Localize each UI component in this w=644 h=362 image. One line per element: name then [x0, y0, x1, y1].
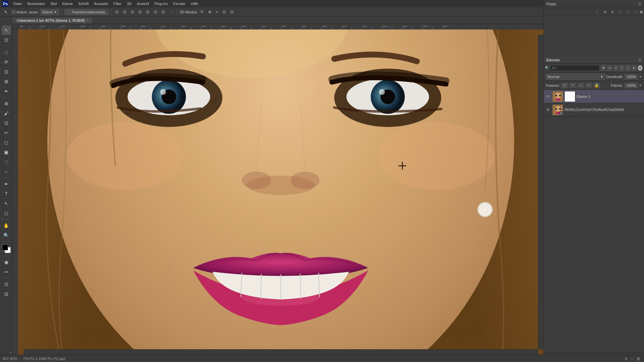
align-btn-8[interactable]: ⋯ [168, 9, 175, 15]
tool-type[interactable]: T [2, 189, 11, 198]
layer-dropdown[interactable]: Ebene ▼ [40, 9, 59, 15]
menu-schrift[interactable]: Schrift [75, 1, 91, 6]
pfade-menu-btn[interactable]: ☰ [638, 2, 641, 6]
tool-dodge[interactable]: ○ [2, 167, 11, 176]
tool-eraser[interactable]: ◻ [2, 138, 11, 147]
lock-btn-pos[interactable]: + [577, 83, 584, 88]
layer-filter-dropdown[interactable]: ▾ [601, 65, 606, 71]
menu-bild[interactable]: Bild [48, 1, 59, 6]
tool-object-select[interactable]: ⊡ [2, 67, 11, 76]
tool-zoom[interactable]: 🔍 [2, 231, 11, 240]
tool-gradient[interactable]: ▣ [2, 147, 11, 157]
tool-screen-mode[interactable]: ⊡ [2, 280, 11, 289]
scrollbar-vertical[interactable] [538, 35, 543, 349]
pfade-icon-4[interactable]: ◇ [617, 9, 624, 15]
color-swatches[interactable] [2, 244, 11, 253]
3d-slide-btn[interactable]: ⊡ [221, 9, 227, 15]
foreground-color[interactable] [2, 244, 8, 250]
layer-filter-toggle[interactable]: ● [638, 65, 643, 71]
layer-search-input[interactable] [550, 65, 600, 71]
tool-artboard[interactable]: ⊡ [2, 35, 11, 45]
align-btn-4[interactable]: ⊡ [137, 9, 143, 15]
menu-hilfe[interactable]: Hilfe [188, 1, 201, 6]
svg-text:480: 480 [423, 25, 427, 28]
3d-rotate-btn[interactable]: ↻ [199, 9, 205, 15]
tool-clone-stamp[interactable]: ⊡ [2, 118, 11, 128]
document-tab[interactable]: Unbenannt-1 bei 407% (Ebene 1, RGB/8) × [13, 17, 93, 23]
align-btn-1[interactable]: ⊡ [114, 9, 120, 15]
transform-checkbox[interactable]: Transformationsstrip. [64, 9, 109, 15]
menu-plugins[interactable]: Plug-ins [152, 1, 170, 6]
3d-zoom-btn[interactable]: ⌖ [214, 9, 220, 15]
align-btn-3[interactable]: ⊡ [129, 9, 136, 15]
menu-bearbeiten[interactable]: Bearbeiten [25, 1, 48, 6]
canvas-content[interactable] [18, 29, 543, 355]
menu-datei[interactable]: Datei [11, 1, 25, 6]
tool-blur[interactable]: ◌ [2, 157, 11, 167]
ebenen-menu-btn[interactable]: ☰ [638, 58, 641, 62]
svg-point-90 [378, 122, 495, 190]
left-toolbar: ↖+ ⊡ □ ⟳ ⊡ ⊞ ✒ ⊕ 🖌 ⊡ ↩ ◻ ▣ ◌ ○ ✒ T ↖ ◻ ✋… [0, 24, 13, 355]
status-delete-btn[interactable]: 🗑 [636, 357, 641, 361]
svg-text:100: 100 [40, 25, 45, 28]
align-btn-7[interactable]: ⊡ [160, 9, 166, 15]
lock-btn-lock[interactable]: 🔒 [593, 83, 600, 88]
scrollbar-horizontal[interactable] [23, 349, 538, 355]
layer-visibility-1[interactable]: 👁 [545, 107, 551, 113]
menu-auswahl[interactable]: Auswahl [91, 1, 111, 6]
layer-visibility-0[interactable]: 👁 [545, 94, 551, 100]
tool-more[interactable]: ••• [2, 267, 11, 277]
lock-btn-trans[interactable]: ✒ [569, 83, 576, 88]
pfade-empty-area [544, 16, 644, 56]
pfade-icon-5[interactable]: □ [625, 9, 631, 15]
tool-eyedropper[interactable]: ✒ [2, 86, 11, 96]
tool-healing[interactable]: ⊕ [2, 99, 11, 108]
status-doc-info[interactable]: 719 Px x 1080 Px (72 ppi) [23, 357, 65, 361]
opacity-value[interactable]: 100% [624, 74, 638, 79]
tool-move[interactable]: ↖+ [2, 25, 11, 35]
status-new-layer-btn[interactable]: □ [630, 357, 634, 361]
menu-fenster[interactable]: Fenster [170, 1, 188, 6]
layer-filter-btn-1[interactable]: ⊡ [607, 65, 612, 71]
auto-select-checkbox[interactable]: ✓ Autom. ausw. [11, 10, 39, 14]
status-fx-btn[interactable]: fx [624, 357, 629, 361]
svg-text:280: 280 [221, 25, 226, 28]
tool-brush[interactable]: 🖌 [2, 109, 11, 118]
menu-filter[interactable]: Filter [111, 1, 124, 6]
tool-quick-mask[interactable]: ◉ [2, 257, 11, 267]
opacity-arrow: ▼ [639, 75, 642, 78]
pfade-icon-2[interactable]: ⊕ [601, 9, 608, 15]
align-btn-6[interactable]: ⊡ [152, 9, 159, 15]
fill-value[interactable]: 100% [624, 83, 638, 88]
layer-filter-btn-2[interactable]: ✒ [613, 65, 618, 71]
tool-hand[interactable]: ✋ [2, 221, 11, 230]
lock-btn-art[interactable]: ⊙ [585, 83, 592, 88]
menu-3d[interactable]: 3D [124, 1, 134, 6]
tool-crop[interactable]: ⊞ [2, 77, 11, 86]
blend-mode-dropdown[interactable]: Normal ▼ [546, 73, 605, 80]
tool-marquee-rect[interactable]: □ [2, 48, 11, 57]
pfade-icon-6[interactable]: □ [632, 9, 639, 15]
layer-filter-btn-4[interactable]: ◻ [626, 65, 631, 71]
tool-shape[interactable]: ◻ [2, 208, 11, 218]
align-btn-2[interactable]: ⊡ [121, 9, 128, 15]
tool-path-select[interactable]: ↖ [2, 199, 11, 208]
tool-history-brush[interactable]: ↩ [2, 128, 11, 137]
tool-screen-mode-2[interactable]: ⊟ [2, 289, 11, 299]
menu-ebene[interactable]: Ebene [59, 1, 75, 6]
tool-pen[interactable]: ✒ [2, 179, 11, 189]
menu-ansicht[interactable]: Ansicht [134, 1, 152, 6]
layer-filter-btn-5[interactable]: ⊕ [632, 65, 637, 71]
layer-row-0[interactable]: 👁 Ebene 1 [544, 90, 644, 103]
align-btn-5[interactable]: ⊡ [145, 9, 151, 15]
pfade-icon-3[interactable]: ▼ [609, 9, 616, 15]
tab-close-btn[interactable]: × [87, 18, 89, 22]
svg-point-104 [556, 98, 560, 101]
tool-lasso[interactable]: ⟳ [2, 57, 11, 67]
pfade-icon-1[interactable]: ○ [594, 9, 600, 15]
layer-row-1[interactable]: 👁 09265c211e010a725e3ba4623a92b5b6 [544, 103, 644, 117]
3d-pan-btn[interactable]: ⊕ [207, 9, 213, 15]
3d-scale-btn[interactable]: ⊡ [229, 9, 235, 15]
lock-btn-all[interactable]: ⊡ [561, 83, 568, 88]
layer-filter-btn-3[interactable]: T [619, 65, 624, 71]
